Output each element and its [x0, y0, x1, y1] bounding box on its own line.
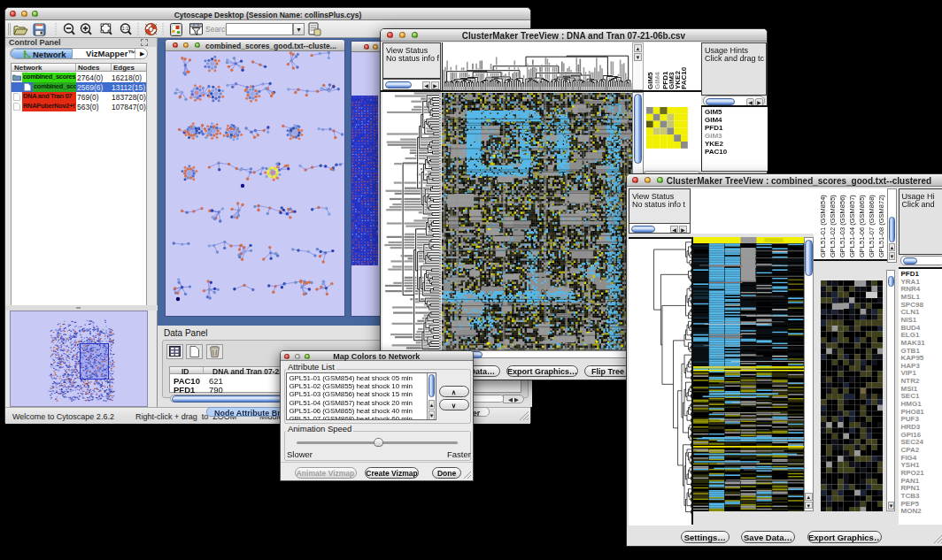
svg-text:1:1: 1:1 [122, 26, 129, 31]
